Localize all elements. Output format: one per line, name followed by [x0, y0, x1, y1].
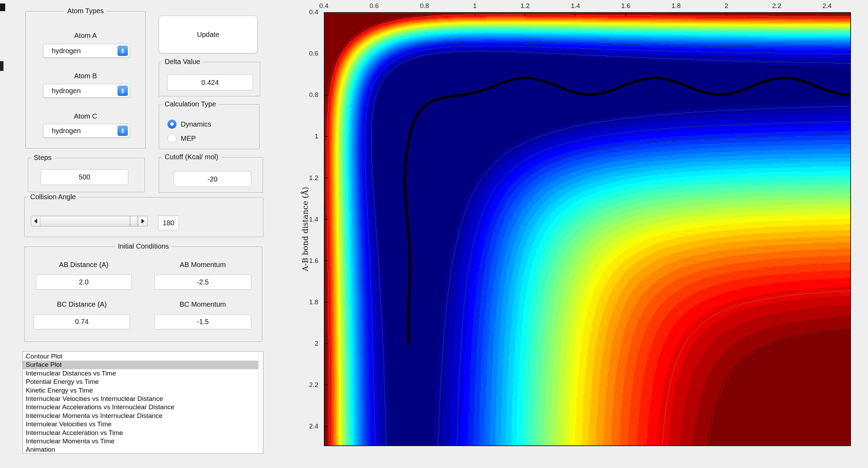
listbox-item[interactable]: Internuclear Distances vs Time [23, 369, 258, 378]
dynamics-radio-button[interactable] [167, 120, 177, 129]
up-arrow-icon [121, 128, 124, 130]
y-tick-label: 2.2 [309, 381, 318, 389]
y-axis-title: A-B bond distance (Å) [301, 187, 310, 272]
y-tick-label: 1.4 [309, 216, 318, 223]
down-arrow-icon [121, 91, 124, 94]
contour-plot-canvas [324, 12, 851, 446]
cutoff-title: Cutoff (Kcal/ mol) [162, 153, 221, 161]
x-tick-label: 1 [473, 2, 477, 10]
plot-type-listbox[interactable]: Contour PlotSurface PlotInternuclear Dis… [23, 351, 263, 454]
atom-b-label: Atom B [26, 72, 145, 80]
x-tick-label: 1.8 [672, 2, 681, 10]
collision-angle-input[interactable]: 180 [158, 216, 179, 230]
down-arrow-icon [121, 51, 124, 54]
combobox-arrows-icon[interactable] [117, 46, 128, 56]
mep-radio-label: MEP [181, 135, 196, 143]
collision-angle-panel: Collision Angle 180 [24, 197, 263, 237]
y-tick-label: 1.8 [309, 298, 318, 306]
atom-a-label: Atom A [26, 32, 145, 40]
bc-distance-label: BC Distance (A) [34, 300, 130, 308]
steps-title: Steps [31, 154, 54, 162]
listbox-item[interactable]: Internulear Velocities vs Time [23, 420, 258, 428]
ab-distance-input[interactable]: 2.0 [36, 275, 132, 290]
up-arrow-icon [121, 48, 124, 50]
calculation-type-title: Calculation Type [162, 100, 219, 108]
listbox-item[interactable]: Internuclear Acceleration vs Time [23, 429, 258, 437]
down-arrow-icon [121, 131, 124, 134]
update-button[interactable]: Update [159, 16, 257, 53]
y-tick-label: 0.8 [309, 91, 318, 99]
atom-b-value: hydrogen [43, 87, 117, 95]
screen-artifact [0, 61, 3, 71]
listbox-item[interactable]: Surface Plot [23, 361, 258, 369]
combobox-arrows-icon[interactable] [117, 86, 128, 96]
initial-conditions-panel: Initial Conditions AB Distance (A) AB Mo… [24, 247, 262, 342]
listbox-item[interactable]: Contour Plot [23, 352, 258, 361]
atom-c-value: hydrogen [43, 127, 117, 135]
plot-type-list: Contour PlotSurface PlotInternuclear Dis… [23, 352, 258, 454]
delta-value-panel: Delta Value 0.424 [159, 62, 260, 96]
calculation-type-panel: Calculation Type Dynamics MEP [159, 104, 260, 149]
ab-momentum-input[interactable]: -2.5 [154, 275, 251, 290]
ab-distance-label: AB Distance (A) [36, 261, 132, 269]
listbox-item[interactable]: Potential Energy vs Time [23, 378, 258, 386]
listbox-item[interactable]: Kinetic Energy vs Time [23, 386, 258, 395]
x-tick-label: 0.4 [319, 2, 328, 10]
atom-types-panel: Atom Types Atom A hydrogen Atom B hydrog… [25, 11, 146, 148]
radio-row-dynamics: Dynamics [167, 119, 211, 129]
listbox-item[interactable]: Internuclear Velocities vs Internuclear … [23, 395, 258, 403]
slider-right-arrow-button[interactable] [138, 216, 147, 226]
atom-b-select[interactable]: hydrogen [43, 84, 130, 98]
delta-value-input[interactable]: 0.424 [167, 74, 253, 90]
atom-c-select[interactable]: hydrogen [43, 124, 130, 138]
collision-angle-slider[interactable] [31, 216, 148, 226]
bc-distance-input[interactable]: 0.74 [34, 314, 130, 329]
steps-input[interactable]: 500 [41, 169, 128, 185]
listbox-item[interactable]: Internuclear Momenta vs Internuclear Dis… [23, 412, 258, 420]
y-tick-label: 0.6 [309, 50, 318, 57]
combobox-arrows-icon[interactable] [117, 126, 128, 136]
radio-row-mep: MEP [167, 134, 196, 143]
slider-thumb[interactable] [130, 216, 138, 226]
x-tick-label: 2 [724, 2, 728, 10]
cutoff-panel: Cutoff (Kcal/ mol) -20 [159, 157, 263, 193]
collision-angle-title: Collision Angle [27, 193, 79, 201]
x-tick-label: 0.8 [420, 2, 429, 10]
dynamics-radio-label: Dynamics [181, 120, 211, 128]
atom-c-label: Atom C [26, 112, 145, 120]
slider-left-arrow-button[interactable] [31, 216, 40, 226]
screen-artifact [0, 3, 5, 11]
bc-momentum-label: BC Momentum [154, 300, 251, 308]
mep-radio-button[interactable] [167, 134, 177, 143]
up-arrow-icon [121, 88, 124, 90]
x-tick-label: 0.6 [370, 2, 379, 10]
y-tick-label: 2 [314, 340, 318, 347]
y-tick-label: 2.4 [309, 422, 318, 430]
slider-track[interactable] [40, 216, 138, 226]
x-tick-label: 1.2 [521, 2, 530, 10]
listbox-scrollbar[interactable] [258, 352, 263, 453]
cutoff-input[interactable]: -20 [174, 171, 251, 187]
x-tick-label: 1.4 [571, 2, 580, 10]
left-arrow-icon [34, 219, 37, 224]
y-tick-label: 1.6 [309, 257, 318, 265]
right-arrow-icon [141, 219, 145, 224]
initial-conditions-title: Initial Conditions [115, 242, 172, 250]
listbox-item[interactable]: Internuclear Accelerations vs Internucle… [23, 403, 258, 411]
listbox-item[interactable]: Animation [23, 445, 258, 454]
bc-momentum-input[interactable]: -1.5 [154, 314, 251, 329]
atom-a-value: hydrogen [43, 47, 117, 55]
ab-momentum-label: AB Momentum [154, 261, 251, 269]
x-tick-label: 2.2 [772, 2, 781, 10]
atom-types-title: Atom Types [64, 7, 106, 15]
x-tick-label: 1.6 [621, 2, 630, 10]
steps-panel: Steps 500 [28, 158, 145, 192]
y-tick-label: 1.2 [309, 174, 318, 182]
y-tick-label: 0.4 [309, 8, 318, 16]
listbox-item[interactable]: Internuclear Momenta vs Time [23, 437, 258, 445]
y-tick-label: 1 [314, 132, 318, 140]
x-tick-label: 2.4 [822, 2, 832, 10]
atom-a-select[interactable]: hydrogen [43, 44, 130, 58]
delta-value-title: Delta Value [162, 58, 203, 66]
